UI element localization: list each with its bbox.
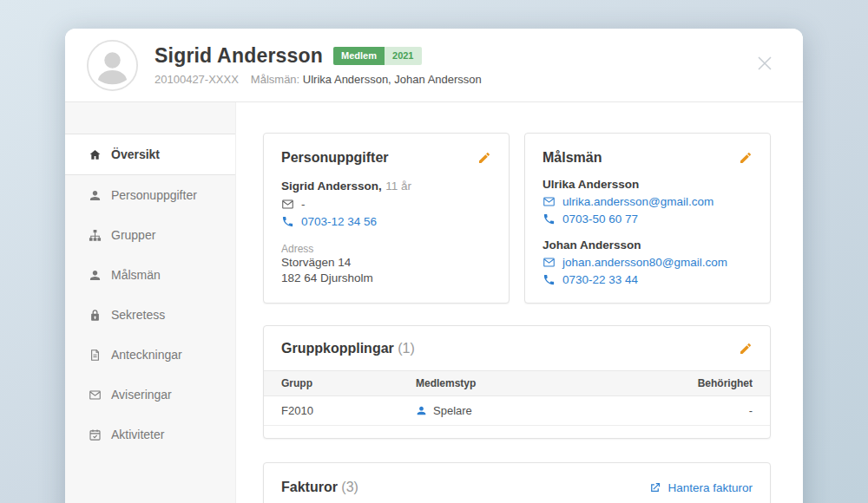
guardian-email-link[interactable]: ulrika.andersson@gmail.com <box>542 195 753 208</box>
card-title-text: Gruppkopplingar <box>281 341 394 356</box>
guardian-phone: 0730-22 33 44 <box>562 273 638 286</box>
phone-icon <box>281 215 294 228</box>
profile-header: Sigrid Andersson Medlem 2021 20100427-XX… <box>65 29 803 102</box>
guardian-email-link[interactable]: johan.andersson80@gmail.com <box>542 256 753 269</box>
card-bottom-padding <box>264 426 770 438</box>
modal-body: Översikt Personuppgifter Grupper Målsmän… <box>65 102 803 503</box>
table-row: F2010 Spelare - <box>264 396 770 426</box>
group-connections-table: Grupp Medlemstyp Behörighet F2010 Spelar… <box>264 370 770 426</box>
edit-groups-button[interactable] <box>739 342 753 356</box>
phone-icon <box>542 273 556 286</box>
sidebar: Översikt Personuppgifter Grupper Målsmän… <box>65 102 236 503</box>
permission-cell: - <box>589 396 770 426</box>
column-header-behorighet: Behörighet <box>589 371 770 396</box>
calendar-check-icon <box>89 428 102 441</box>
personal-info-card: Personuppgifter Sigrid Andersson, 11 år … <box>263 133 510 304</box>
card-title-text: Fakturor <box>281 480 338 494</box>
sidebar-item-sekretess[interactable]: Sekretess <box>65 295 235 335</box>
guardian-name: Johan Andersson <box>542 238 753 252</box>
phone-icon <box>542 212 556 225</box>
manage-invoices-label: Hantera fakturor <box>667 481 753 494</box>
home-icon <box>89 148 102 161</box>
phone-row[interactable]: 0703-12 34 56 <box>281 215 491 228</box>
user-icon <box>89 269 102 282</box>
sitemap-icon <box>89 229 102 242</box>
sidebar-item-label: Personuppgifter <box>111 188 197 202</box>
email-row: - <box>281 198 491 211</box>
guardian-email: johan.andersson80@gmail.com <box>562 256 727 269</box>
lock-icon <box>89 309 102 322</box>
member-fullname: Sigrid Andersson, <box>281 180 382 193</box>
guardian-phone: 0703-50 60 77 <box>562 212 638 225</box>
sidebar-item-label: Sekretess <box>111 308 165 322</box>
page-title: Sigrid Andersson <box>155 44 323 68</box>
sidebar-item-label: Översikt <box>111 147 160 161</box>
close-button[interactable] <box>753 51 777 75</box>
envelope-icon <box>542 256 556 269</box>
close-icon <box>753 51 777 75</box>
card-title: Gruppkopplingar (1) <box>281 341 415 356</box>
address-line2: 182 64 Djursholm <box>281 271 491 286</box>
main-content: Personuppgifter Sigrid Andersson, 11 år … <box>236 102 803 503</box>
guardian-email: ulrika.andersson@gmail.com <box>562 195 713 208</box>
sidebar-item-label: Aktiviteter <box>111 428 164 441</box>
card-title: Personuppgifter <box>281 150 389 166</box>
group-cell: F2010 <box>264 396 398 426</box>
guardian-phone-link[interactable]: 0703-50 60 77 <box>542 212 753 225</box>
edit-personal-button[interactable] <box>477 151 491 165</box>
sidebar-item-label: Aviseringar <box>111 388 172 402</box>
member-type-cell: Spelare <box>398 396 589 426</box>
sidebar-spacer <box>65 102 235 134</box>
table-header-row: Grupp Medlemstyp Behörighet <box>264 371 770 396</box>
sidebar-item-malsman[interactable]: Målsmän <box>65 255 235 295</box>
user-icon <box>89 189 102 202</box>
guardian-phone-link[interactable]: 0730-22 33 44 <box>542 273 753 286</box>
column-header-grupp: Grupp <box>264 371 398 396</box>
membership-badge: Medlem 2021 <box>333 47 421 65</box>
sidebar-item-label: Anteckningar <box>111 348 182 362</box>
avatar <box>87 40 138 91</box>
card-title: Målsmän <box>542 150 602 166</box>
pencil-icon <box>739 342 753 356</box>
sidebar-item-aviseringar[interactable]: Aviseringar <box>65 375 235 415</box>
guardian-block: Johan Andersson johan.andersson80@gmail.… <box>542 238 753 286</box>
external-link-icon <box>648 481 661 494</box>
column-header-medlemstyp: Medlemstyp <box>398 371 589 396</box>
member-age: 11 år <box>385 180 411 193</box>
sidebar-item-aktiviteter[interactable]: Aktiviteter <box>65 415 235 454</box>
invoices-card: Fakturor (3) Hantera fakturor <box>263 462 771 503</box>
guardian-name: Ulrika Andersson <box>542 178 753 191</box>
address-label: Adress <box>281 243 491 255</box>
member-badge: Medlem <box>333 47 385 65</box>
sidebar-item-label: Målsmän <box>111 268 161 282</box>
phone-value: 0703-12 34 56 <box>301 215 377 228</box>
edit-guardians-button[interactable] <box>739 151 753 165</box>
card-count: (1) <box>398 341 415 356</box>
guardians-label: Målsmän: <box>251 73 299 86</box>
sidebar-item-personuppgifter[interactable]: Personuppgifter <box>65 175 235 215</box>
guardians-summary: Målsmän: Ulrika Andersson, Johan Anderss… <box>251 73 482 86</box>
guardians-names: Ulrika Andersson, Johan Andersson <box>303 73 482 86</box>
sidebar-item-anteckningar[interactable]: Anteckningar <box>65 335 235 375</box>
user-icon <box>416 405 427 416</box>
sidebar-item-grupper[interactable]: Grupper <box>65 215 235 255</box>
member-profile-modal: Sigrid Andersson Medlem 2021 20100427-XX… <box>65 29 803 503</box>
note-icon <box>89 349 102 362</box>
sidebar-item-oversikt[interactable]: Översikt <box>65 134 235 175</box>
pencil-icon <box>477 151 491 165</box>
personal-number: 20100427-XXXX <box>155 73 239 86</box>
email-value: - <box>301 198 306 211</box>
card-count: (3) <box>341 480 358 494</box>
sidebar-item-label: Grupper <box>111 228 155 242</box>
header-text: Sigrid Andersson Medlem 2021 20100427-XX… <box>155 44 482 86</box>
envelope-icon <box>542 195 556 208</box>
card-title: Fakturor (3) <box>281 480 358 495</box>
member-year-badge: 2021 <box>385 47 421 65</box>
group-connections-card: Gruppkopplingar (1) Grupp Medlemstyp Beh… <box>263 325 771 439</box>
envelope-icon <box>281 198 294 211</box>
address-line1: Storvägen 14 <box>281 255 491 271</box>
guardians-card: Målsmän Ulrika Andersson ulrika.andersso… <box>524 133 771 304</box>
manage-invoices-link[interactable]: Hantera fakturor <box>648 481 753 494</box>
guardian-block: Ulrika Andersson ulrika.andersson@gmail.… <box>542 178 753 225</box>
pencil-icon <box>739 151 753 165</box>
